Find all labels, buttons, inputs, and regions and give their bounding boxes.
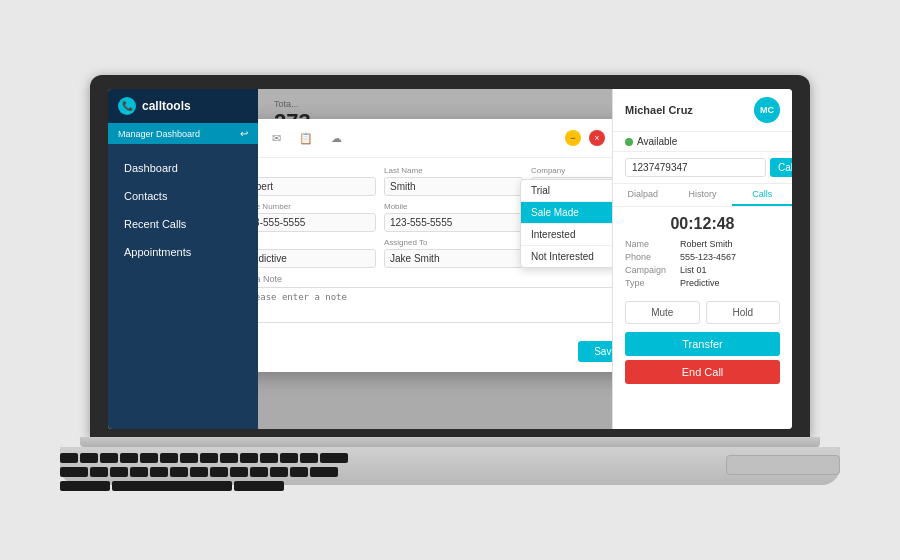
disposition-trial[interactable]: Trial [521,180,612,202]
transfer-button[interactable]: Transfer [625,332,780,356]
key [280,453,298,463]
screen-bezel: 📞 calltools Manager Dashboard ↩ Dashboar… [90,75,810,437]
call-info-name-row: Name Robert Smith [625,239,780,249]
type-label: Type [258,238,376,247]
disposition-not-interested[interactable]: Not Interested [521,246,612,267]
sidebar: 📞 calltools Manager Dashboard ↩ Dashboar… [108,89,258,429]
keyboard-row [60,453,726,463]
sidebar-item-dashboard[interactable]: Dashboard [108,154,258,182]
save-button[interactable]: Save [578,341,612,362]
modal-minimize-button[interactable]: − [565,130,581,146]
modal-tab-upload[interactable]: ☁ [325,127,347,149]
call-info-type-row: Type Predictive [625,278,780,288]
key [190,467,208,477]
type-input[interactable] [258,249,376,268]
key [234,481,284,491]
key [310,467,338,477]
modal-overlay: 👤 ✉ 📋 ☁ − × 📞 [258,89,612,429]
modal-header: 👤 ✉ 📋 ☁ − × 📞 [258,119,612,158]
manager-dashboard-label: Manager Dashboard [118,129,200,139]
key [260,453,278,463]
tab-dialpad[interactable]: Dialpad [613,184,673,206]
key [230,467,248,477]
call-info: Name Robert Smith Phone 555-123-4567 Cam… [613,237,792,293]
key [60,467,88,477]
key [170,467,188,477]
disposition-dropdown: Trial Sale Made Interested Not Intereste… [520,179,612,268]
key [120,453,138,463]
manager-dashboard-bar[interactable]: Manager Dashboard ↩ [108,123,258,144]
status-label: Available [637,136,677,147]
call-button[interactable]: Call [770,158,792,177]
modal-note-section: Add a Note [258,274,612,327]
call-info-type-value: Predictive [680,278,720,288]
user-name: Michael Cruz [625,104,693,116]
right-panel: Michael Cruz MC Available Call Dialpad H… [612,89,792,429]
panel-tabs: Dialpad History Calls [613,184,792,207]
laptop-hinge [80,437,820,447]
key [240,453,258,463]
key [180,453,198,463]
modal-tab-email[interactable]: ✉ [265,127,287,149]
key [300,453,318,463]
modal-tab-phone[interactable]: 📋 [295,127,317,149]
status-dot [625,138,633,146]
key [290,467,308,477]
sidebar-nav: Dashboard Contacts Recent Calls Appointm… [108,144,258,276]
modal-field-name: Name [258,166,376,196]
call-info-phone-label: Phone [625,252,680,262]
key [100,453,118,463]
call-info-name-value: Robert Smith [680,239,733,249]
laptop: 📞 calltools Manager Dashboard ↩ Dashboar… [60,75,840,485]
name-input[interactable] [258,177,376,196]
key [320,453,348,463]
key [210,467,228,477]
key [60,453,78,463]
last-name-input[interactable] [384,177,523,196]
key [250,467,268,477]
call-info-type-label: Type [625,278,680,288]
disposition-interested[interactable]: Interested [521,224,612,246]
logo-icon: 📞 [118,97,136,115]
sidebar-item-appointments[interactable]: Appointments [108,238,258,266]
key [60,481,110,491]
modal-close-button[interactable]: × [589,130,605,146]
call-info-campaign-row: Campaign List 01 [625,265,780,275]
modal-field-phone: Phone Number [258,202,376,232]
key [130,467,148,477]
call-info-phone-row: Phone 555-123-4567 [625,252,780,262]
key [110,467,128,477]
assigned-input[interactable] [384,249,523,268]
trackpad[interactable] [726,455,840,475]
company-label: Company [531,166,612,175]
logout-icon[interactable]: ↩ [240,128,248,139]
tab-calls[interactable]: Calls [732,184,792,206]
laptop-screen: 📞 calltools Manager Dashboard ↩ Dashboar… [108,89,792,429]
key [200,453,218,463]
phone-input[interactable] [258,213,376,232]
user-avatar: MC [754,97,780,123]
disposition-sale-made[interactable]: Sale Made [521,202,612,224]
call-timer: 00:12:48 [613,207,792,237]
mobile-input[interactable] [384,213,523,232]
phone-label: Phone Number [258,202,376,211]
end-call-button[interactable]: End Call [625,360,780,384]
key [220,453,238,463]
tab-history[interactable]: History [673,184,733,206]
name-label: Name [258,166,376,175]
note-textarea[interactable] [258,287,612,323]
dial-input[interactable] [625,158,766,177]
keyboard-row-3 [60,481,726,491]
logo-text: calltools [142,99,191,113]
sidebar-item-contacts[interactable]: Contacts [108,182,258,210]
key [160,453,178,463]
call-info-phone-value: 555-123-4567 [680,252,736,262]
modal-field-last-name: Last Name [384,166,523,196]
key [80,453,98,463]
hold-button[interactable]: Hold [706,301,781,324]
sidebar-item-recent-calls[interactable]: Recent Calls [108,210,258,238]
call-info-name-label: Name [625,239,680,249]
main-content: Tota... 273 Campaigns Name Dial [258,89,612,429]
mute-button[interactable]: Mute [625,301,700,324]
note-label: Add a Note [258,274,612,284]
